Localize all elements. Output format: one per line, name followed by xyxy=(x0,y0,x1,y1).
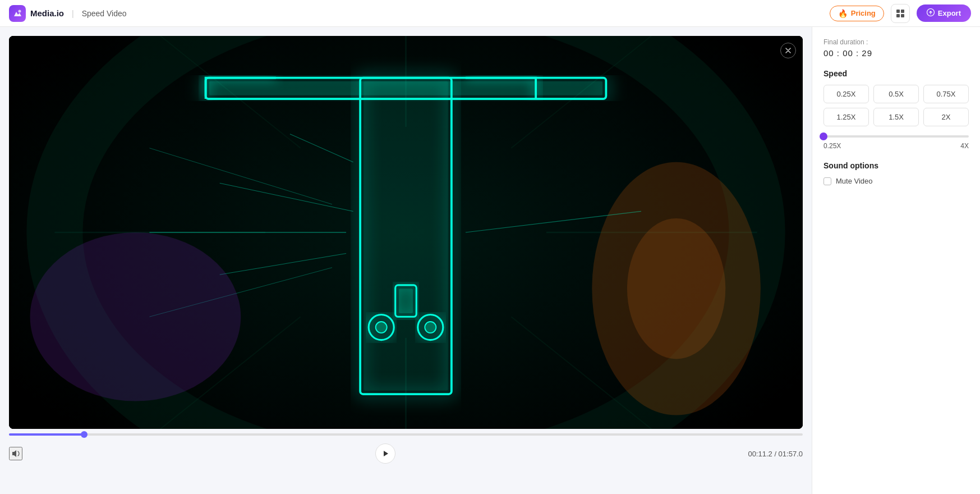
svg-rect-2 xyxy=(901,10,904,13)
video-wrapper xyxy=(9,36,803,429)
speed-slider-thumb xyxy=(820,132,827,140)
separator: | xyxy=(72,9,74,18)
page-title: Speed Video xyxy=(82,9,127,18)
video-area: 00:11.2 / 01:57.0 xyxy=(0,27,812,494)
speed-slider-track[interactable] xyxy=(823,135,969,138)
scrubber-thumb xyxy=(81,431,88,438)
mute-checkbox[interactable] xyxy=(823,177,831,185)
final-duration-label: Final duration : xyxy=(823,38,969,46)
sound-options-section: Sound options Mute Video xyxy=(823,161,969,185)
svg-rect-25 xyxy=(399,289,413,313)
final-duration-section: Final duration : 00 : 00 : 29 xyxy=(823,38,969,58)
pricing-button[interactable]: 🔥 Pricing xyxy=(830,6,884,21)
speed-btn-0.5x[interactable]: 0.5X xyxy=(873,85,919,103)
svg-rect-4 xyxy=(901,14,904,17)
speed-btn-1.5x[interactable]: 1.5X xyxy=(873,108,919,126)
svg-rect-19 xyxy=(364,81,448,391)
speed-btn-0.25x[interactable]: 0.25X xyxy=(823,85,869,103)
neon-art xyxy=(9,36,803,429)
logo-icon xyxy=(9,5,26,22)
speed-btn-0.75x[interactable]: 0.75X xyxy=(923,85,969,103)
main-content: 00:11.2 / 01:57.0 Final duration : 00 : … xyxy=(0,27,980,494)
speed-min-label: 0.25X xyxy=(823,142,841,150)
controls-bar: 00:11.2 / 01:57.0 xyxy=(9,438,803,468)
speed-grid: 0.25X 0.5X 0.75X 1.25X 1.5X 2X xyxy=(823,85,969,126)
close-video-button[interactable] xyxy=(780,43,796,58)
svg-point-0 xyxy=(19,10,21,12)
timeline-area xyxy=(9,429,803,438)
export-button[interactable]: Export xyxy=(917,4,971,22)
app-header: Media.io | Speed Video 🔥 Pricing Expor xyxy=(0,0,980,27)
time-display: 00:11.2 / 01:57.0 xyxy=(748,450,803,458)
header-right: 🔥 Pricing Export xyxy=(830,4,971,23)
play-button[interactable] xyxy=(375,443,395,464)
mute-option[interactable]: Mute Video xyxy=(823,177,969,185)
speed-slider-container: 0.25X 4X xyxy=(823,135,969,150)
final-duration-value: 00 : 00 : 29 xyxy=(823,48,969,58)
svg-rect-3 xyxy=(896,14,900,17)
speed-btn-1.25x[interactable]: 1.25X xyxy=(823,108,869,126)
svg-point-35 xyxy=(30,232,241,401)
scrubber-track[interactable] xyxy=(9,433,803,436)
sound-options-title: Sound options xyxy=(823,161,969,170)
svg-point-23 xyxy=(425,322,436,333)
mute-label: Mute Video xyxy=(836,177,873,185)
right-panel: Final duration : 00 : 00 : 29 Speed 0.25… xyxy=(812,27,980,494)
speed-section: Speed 0.25X 0.5X 0.75X 1.25X 1.5X 2X 0.2… xyxy=(823,69,969,150)
speed-title: Speed xyxy=(823,69,969,78)
export-icon xyxy=(927,8,935,18)
speed-btn-2x[interactable]: 2X xyxy=(923,108,969,126)
logo-text: Media.io xyxy=(30,8,64,18)
svg-point-27 xyxy=(627,218,725,359)
scrubber-fill xyxy=(9,433,84,436)
video-placeholder xyxy=(9,36,803,429)
svg-rect-1 xyxy=(896,10,900,13)
speed-max-label: 4X xyxy=(960,142,969,150)
grid-apps-button[interactable] xyxy=(891,4,910,23)
logo-area: Media.io | Speed Video xyxy=(9,5,127,22)
svg-point-21 xyxy=(376,322,387,333)
volume-button[interactable] xyxy=(9,447,22,460)
export-label: Export xyxy=(938,9,961,17)
pricing-label: Pricing xyxy=(851,9,876,17)
speed-range-labels: 0.25X 4X xyxy=(823,142,969,150)
fire-icon: 🔥 xyxy=(838,9,848,18)
